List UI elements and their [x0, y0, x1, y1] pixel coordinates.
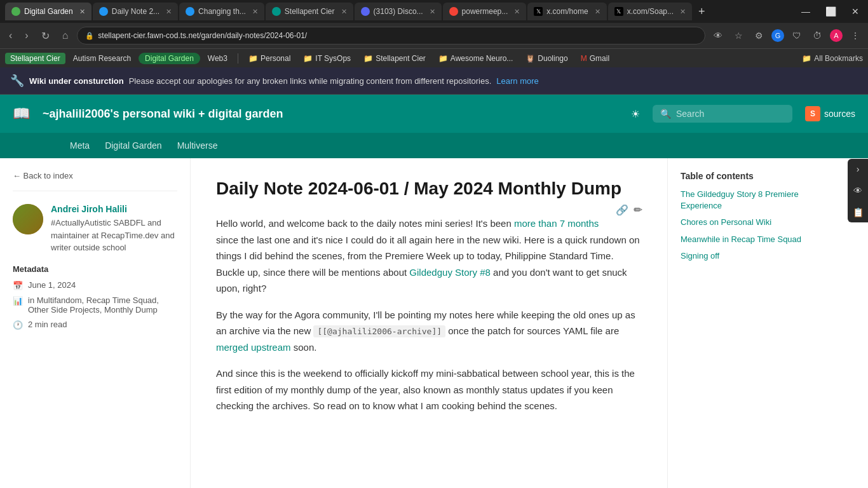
theme-toggle-button[interactable]: ☀	[631, 108, 640, 120]
collapse-panel-button[interactable]: ›	[848, 159, 868, 179]
bookmark-autism-research[interactable]: Autism Research	[68, 53, 136, 64]
eye-panel-button[interactable]: 👁	[848, 180, 868, 201]
back-to-index-link[interactable]: ← Back to index	[13, 171, 177, 191]
bookmark-it-sysops[interactable]: 📁 IT SysOps	[298, 53, 356, 64]
copy-icon[interactable]: 🔗	[616, 204, 628, 217]
url-text: stellapent-cier.fawn-cod.ts.net/garden/d…	[98, 31, 697, 40]
link-gildedguy-story-8[interactable]: Gildedguy Story #8	[409, 267, 491, 278]
paragraph-3: And since this is the weekend to officia…	[216, 365, 642, 414]
bookmark-web3[interactable]: Web3	[203, 53, 233, 64]
tab-close-x-soap[interactable]: ✕	[680, 8, 686, 16]
link-merged-upstream[interactable]: merged upstream	[216, 342, 291, 353]
awesome-neuro-label: Awesome Neuro...	[451, 54, 513, 63]
tags-value: in Multifandom, Recap Time Squad, Other …	[28, 295, 177, 315]
bookmarks-bar: Stellapent Cier Autism Research Digital …	[0, 48, 868, 67]
toc-title: Table of contents	[681, 171, 807, 181]
tab-daily-note[interactable]: Daily Note 2... ✕	[93, 3, 178, 20]
tab-favicon-x-home: 𝕏	[534, 7, 543, 16]
tab-stellapent-cier[interactable]: Stellapent Cier ✕	[266, 3, 353, 20]
note-panel-button[interactable]: 📋	[848, 202, 868, 222]
minimize-button[interactable]: —	[797, 5, 814, 18]
tab-discord[interactable]: (3103) Disco... ✕	[355, 3, 442, 20]
bookmark-gmail[interactable]: M Gmail	[576, 53, 614, 64]
left-sidebar: ← Back to index Andrei Jiroh Halili #Act…	[0, 158, 191, 488]
toc-item-meanwhile[interactable]: Meanwhile in Recap Time Squad	[681, 234, 807, 245]
notice-learn-more-link[interactable]: Learn more	[496, 76, 538, 86]
autism-research-label: Autism Research	[73, 54, 131, 63]
wiki-notice-bar: 🔧 Wiki under consturction Please accept …	[0, 67, 868, 95]
page-title: Daily Note 2024-06-01 / May 2024 Monthly…	[216, 177, 642, 200]
toc-item-chores[interactable]: Chores on Personal Wiki	[681, 217, 807, 228]
author-info: Andrei Jiroh Halili #ActuallyAutistic SA…	[51, 204, 177, 254]
close-button[interactable]: ✕	[848, 5, 863, 18]
bookmark-personal[interactable]: 📁 Personal	[243, 53, 295, 64]
web3-label: Web3	[208, 54, 227, 63]
metadata-tags: 📊 in Multifandom, Recap Time Squad, Othe…	[13, 295, 177, 315]
browser-toolbar-icons: 👁 ☆ ⚙ G 🛡 ⏱ A ⋮	[710, 28, 863, 43]
bookmark-stellapent-cier[interactable]: Stellapent Cier	[5, 53, 65, 64]
tab-close-x-home[interactable]: ✕	[595, 8, 600, 16]
maximize-button[interactable]: ⬜	[822, 5, 840, 18]
home-button[interactable]: ⌂	[58, 27, 72, 44]
tab-label-x-home: x.com/home	[546, 7, 588, 16]
tab-close-changing-th[interactable]: ✕	[252, 8, 258, 16]
wiki-logo-icon[interactable]: 📖	[13, 105, 30, 122]
tab-x-home[interactable]: 𝕏 x.com/home ✕	[527, 3, 606, 20]
search-input[interactable]	[676, 109, 785, 119]
link-more-than-7-months[interactable]: more than 7 months	[514, 218, 599, 229]
folder-icon-all: 📁	[802, 54, 811, 63]
avatar-image	[13, 204, 43, 234]
shield-icon[interactable]: 🛡	[789, 28, 804, 43]
archive-code: [[@ajhalili2006-archive]]	[313, 325, 445, 337]
tab-close-discord[interactable]: ✕	[430, 8, 435, 16]
bookmark-awesome-neuro[interactable]: 📁 Awesome Neuro...	[433, 53, 519, 64]
extensions-icon[interactable]: ⚙	[751, 28, 766, 43]
bookmark-digital-garden[interactable]: Digital Garden	[139, 53, 200, 64]
tab-close-daily-note[interactable]: ✕	[166, 8, 172, 16]
profiles-icon[interactable]: G	[771, 29, 784, 42]
address-bar: ‹ › ↻ ⌂ 🔒 stellapent-cier.fawn-cod.ts.ne…	[0, 23, 868, 48]
stellapent-cier2-label: Stellapent Cier	[376, 54, 426, 63]
tab-label-powermeep: powermeep...	[462, 7, 508, 16]
all-bookmarks[interactable]: 📁 All Bookmarks	[802, 54, 863, 63]
search-icon: 🔍	[660, 109, 671, 119]
bookmark-duolingo[interactable]: 🦉 Duolingo	[520, 53, 573, 64]
folder-icon-it-sysops: 📁	[303, 54, 313, 63]
subnav-multiverse[interactable]: Multiverse	[177, 140, 218, 151]
tab-x-soap[interactable]: 𝕏 x.com/Soap... ✕	[608, 3, 692, 20]
tab-close-powermeep[interactable]: ✕	[514, 8, 520, 16]
edit-icon[interactable]: ✏	[634, 204, 642, 217]
tab-close-digital-garden[interactable]: ✕	[79, 8, 85, 16]
tab-label-changing-th: Changing th...	[198, 7, 246, 16]
profile-icon[interactable]: A	[830, 29, 843, 42]
back-button[interactable]: ‹	[5, 27, 16, 44]
window-controls: — ⬜ ✕	[797, 5, 863, 18]
star-icon[interactable]: ☆	[731, 28, 746, 43]
bookmark-separator	[238, 53, 238, 64]
tab-close-stellapent-cier[interactable]: ✕	[341, 8, 347, 16]
eye-slash-icon[interactable]: 👁	[710, 28, 726, 43]
tab-changing-th[interactable]: Changing th... ✕	[179, 3, 264, 20]
tab-favicon-powermeep	[449, 7, 458, 16]
toc-item-signing-off[interactable]: Signing off	[681, 250, 807, 262]
metadata-date: 📅 June 1, 2024	[13, 280, 177, 290]
search-box[interactable]: 🔍	[653, 105, 792, 123]
bookmark-stellapent-cier2[interactable]: 📁 Stellapent Cier	[358, 53, 431, 64]
reload-button[interactable]: ↻	[37, 27, 53, 44]
digital-garden-label: Digital Garden	[145, 54, 194, 63]
forward-button[interactable]: ›	[21, 27, 32, 44]
tab-digital-garden[interactable]: Digital Garden ✕	[5, 3, 92, 20]
toc-item-gildedguy[interactable]: The Gildedguy Story 8 Premiere Experienc…	[681, 189, 807, 212]
subnav-meta[interactable]: Meta	[70, 140, 90, 151]
history-icon[interactable]: ⏱	[810, 28, 825, 43]
subnav-digital-garden[interactable]: Digital Garden	[105, 140, 162, 151]
new-tab-button[interactable]: +	[693, 5, 710, 18]
it-sysops-label: IT SysOps	[315, 54, 351, 63]
sources-button[interactable]: S sources	[805, 106, 855, 121]
wiki-subnav: Meta Digital Garden Multiverse	[0, 133, 868, 158]
tab-powermeep[interactable]: powermeep... ✕	[443, 3, 527, 20]
author-name[interactable]: Andrei Jiroh Halili	[51, 204, 177, 214]
url-bar[interactable]: 🔒 stellapent-cier.fawn-cod.ts.net/garden…	[77, 27, 705, 44]
menu-button[interactable]: ⋮	[848, 28, 863, 43]
wiki-title: ~ajhalili2006's personal wiki + digital …	[43, 107, 618, 121]
